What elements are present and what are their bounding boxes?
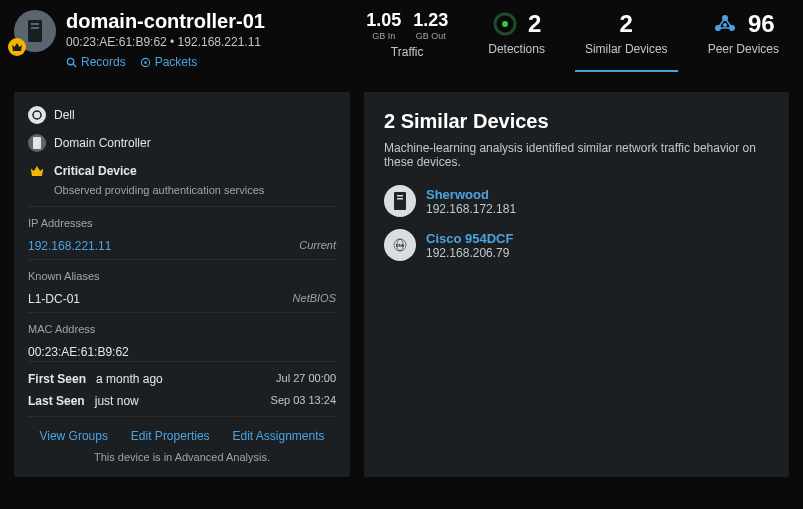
svg-rect-18 [394, 192, 406, 210]
similar-label: Similar Devices [585, 42, 668, 56]
detections-label: Detections [488, 42, 545, 56]
svg-rect-17 [33, 137, 41, 149]
detections-value: 2 [528, 10, 541, 38]
critical-label: Critical Device [54, 164, 137, 178]
role-label: Domain Controller [54, 136, 151, 150]
device-subtitle: 00:23:AE:61:B9:62 • 192.168.221.11 [66, 35, 265, 49]
svg-point-8 [502, 21, 508, 27]
svg-point-3 [67, 58, 73, 64]
detections-icon [492, 11, 518, 37]
role-icon [28, 134, 46, 152]
server-icon [384, 185, 416, 217]
traffic-out-value: 1.23 [413, 10, 448, 31]
alias-value: L1-DC-01 [28, 292, 80, 306]
peer-icon [712, 11, 738, 37]
svg-point-12 [723, 23, 727, 27]
metric-detections[interactable]: 2 Detections [478, 10, 555, 72]
similar-device-name: Sherwood [426, 187, 516, 202]
edit-assignments-link[interactable]: Edit Assignments [232, 429, 324, 443]
device-details-panel: Dell Domain Controller Critical Device O… [14, 92, 350, 477]
peer-label: Peer Devices [708, 42, 779, 56]
search-icon [66, 57, 77, 68]
critical-crown-badge [8, 38, 26, 56]
last-seen-ts: Sep 03 13:24 [271, 394, 336, 408]
server-icon [25, 18, 45, 44]
svg-line-4 [73, 64, 76, 67]
last-seen-value: just now [95, 394, 139, 408]
crown-icon [28, 162, 46, 180]
ip-section-label: IP Addresses [28, 217, 336, 229]
mac-section-label: MAC Address [28, 323, 336, 335]
analysis-footnote: This device is in Advanced Analysis. [28, 451, 336, 463]
traffic-label: Traffic [391, 45, 424, 59]
svg-rect-1 [31, 23, 39, 25]
metric-traffic[interactable]: 1.05GB In 1.23GB Out Traffic [356, 10, 458, 75]
similar-devices-panel: 2 Similar Devices Machine-learning analy… [364, 92, 789, 477]
svg-rect-20 [397, 198, 403, 200]
alias-tag: NetBIOS [293, 292, 336, 306]
critical-desc: Observed providing authentication servic… [54, 184, 336, 196]
first-seen-ts: Jul 27 00:00 [276, 372, 336, 386]
packets-label: Packets [155, 55, 198, 69]
traffic-out-unit: GB Out [416, 31, 446, 41]
vendor-icon [28, 106, 46, 124]
target-icon [140, 57, 151, 68]
device-avatar [14, 10, 56, 52]
traffic-in-unit: GB In [372, 31, 395, 41]
ip-tag: Current [299, 239, 336, 253]
svg-point-16 [33, 111, 41, 119]
similar-panel-desc: Machine-learning analysis identified sim… [384, 141, 769, 169]
ip-address-link[interactable]: 192.168.221.11 [28, 239, 111, 253]
traffic-in-value: 1.05 [366, 10, 401, 31]
last-seen-label: Last Seen [28, 394, 85, 408]
view-groups-link[interactable]: View Groups [39, 429, 107, 443]
alias-section-label: Known Aliases [28, 270, 336, 282]
metric-similar-devices[interactable]: 2 Similar Devices [575, 10, 678, 72]
records-link[interactable]: Records [66, 55, 126, 69]
first-seen-value: a month ago [96, 372, 163, 386]
similar-device-ip: 192.168.206.79 [426, 246, 513, 260]
similar-value: 2 [620, 10, 633, 38]
device-name: domain-controller-01 [66, 10, 265, 33]
similar-device-row[interactable]: Sherwood 192.168.172.181 [384, 185, 769, 217]
packets-link[interactable]: Packets [140, 55, 198, 69]
similar-device-ip: 192.168.172.181 [426, 202, 516, 216]
svg-rect-19 [397, 195, 403, 197]
similar-device-name: Cisco 954DCF [426, 231, 513, 246]
svg-text:DNS: DNS [396, 243, 405, 248]
edit-properties-link[interactable]: Edit Properties [131, 429, 210, 443]
vendor-label: Dell [54, 108, 75, 122]
mac-value: 00:23:AE:61:B9:62 [28, 345, 336, 359]
metric-peer-devices[interactable]: 96 Peer Devices [698, 10, 789, 72]
similar-panel-title: 2 Similar Devices [384, 110, 769, 133]
svg-point-6 [144, 61, 147, 64]
records-label: Records [81, 55, 126, 69]
first-seen-label: First Seen [28, 372, 86, 386]
peer-value: 96 [748, 10, 775, 38]
dns-icon: DNS [384, 229, 416, 261]
similar-device-row[interactable]: DNS Cisco 954DCF 192.168.206.79 [384, 229, 769, 261]
svg-rect-2 [31, 27, 39, 29]
